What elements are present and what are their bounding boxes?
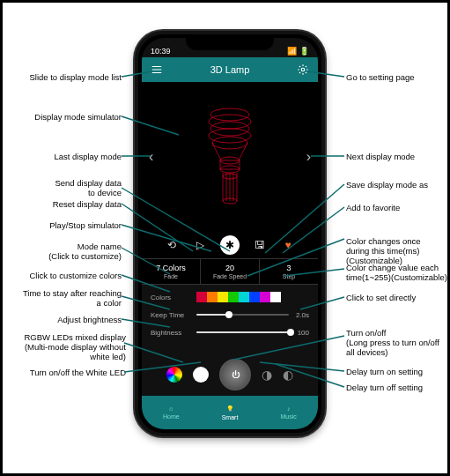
brightness-slider[interactable]	[196, 331, 291, 333]
delay-off-button[interactable]: ◐	[283, 368, 293, 382]
bulb-icon: 💡	[226, 405, 234, 413]
phone-notch	[186, 34, 274, 50]
ann-step: Color change value each time(1~255)(Cust…	[346, 264, 447, 283]
color-swatch[interactable]	[196, 292, 207, 302]
brightness-value: 100	[298, 329, 309, 337]
simulator-area: ‹ ›	[142, 82, 318, 232]
nav-home[interactable]: ⌂ Home	[142, 396, 201, 429]
prev-mode-arrow[interactable]: ‹	[144, 149, 159, 165]
color-swatch[interactable]	[249, 292, 260, 302]
fade-speed[interactable]: 20 Fade Speed	[201, 259, 260, 284]
ann-white: Turn on/off the White LED	[7, 368, 126, 378]
lamp-wireframe	[203, 104, 256, 210]
color-swatch[interactable]	[228, 292, 239, 302]
clock: 10:39	[151, 47, 171, 56]
ann-slide-mode-list: Slide to display mode list	[7, 73, 122, 83]
color-swatches[interactable]	[196, 292, 281, 302]
ann-delay-off: Delay turn off setting	[346, 383, 423, 393]
color-swatch[interactable]	[239, 292, 249, 302]
colors-row[interactable]: Colors	[151, 288, 309, 306]
color-swatch[interactable]	[207, 292, 218, 302]
next-mode-arrow[interactable]: ›	[301, 149, 316, 165]
ann-rgbw: RGBW LEDs mixed display(Multi-mode displ…	[7, 333, 126, 362]
nav-smart[interactable]: 💡 Smart	[201, 396, 260, 429]
ann-speed: Color changes once during this time(ms)(…	[346, 227, 421, 266]
ann-simulator: Display mode simulator	[7, 113, 122, 123]
delay-on-button[interactable]: ◑	[262, 368, 272, 382]
bottom-controls: ⏻ ◑ ◐	[142, 353, 318, 396]
color-swatch[interactable]	[218, 292, 228, 302]
home-icon: ⌂	[169, 405, 173, 412]
ann-fav: Add to favorite	[346, 204, 400, 213]
ann-settings: Go to setting page	[346, 73, 415, 83]
white-led-button[interactable]	[193, 367, 209, 383]
ann-keep: Time to stay after reaching a color	[7, 289, 122, 309]
menu-icon[interactable]	[151, 63, 163, 76]
ann-colors: Click to customize colors	[7, 271, 122, 281]
ann-reset: Reset display data	[7, 200, 122, 210]
ann-power: Turn on/off(Long press to turn on/off al…	[346, 329, 439, 358]
param-area: Colors Keep Time 2.0s Bightness 100	[142, 285, 318, 353]
ann-next-mode: Next display mode	[346, 152, 415, 162]
save-button[interactable]: 🖫	[252, 237, 268, 253]
bottom-nav: ⌂ Home 💡 Smart ♪ Music	[142, 396, 318, 429]
rgbw-button[interactable]	[166, 367, 182, 383]
mode-name[interactable]: 7 Colors Fade	[142, 259, 201, 284]
ann-last-mode: Last display mode	[7, 152, 122, 162]
ann-play: Play/Stop simulator	[7, 221, 122, 231]
keep-time-row[interactable]: Keep Time 2.0s	[151, 306, 309, 324]
color-swatch[interactable]	[260, 292, 270, 302]
play-button[interactable]: ▷	[192, 237, 208, 253]
status-icons: 📶 🔋	[287, 47, 309, 56]
ann-set-direct: Click to set directly	[346, 294, 416, 303]
screen: 10:39 📶 🔋 3D Lamp ‹	[142, 38, 318, 429]
keep-value[interactable]: 2.0s	[296, 311, 309, 319]
keep-slider[interactable]	[196, 314, 289, 316]
page-title: 3D Lamp	[163, 64, 297, 75]
svg-rect-7	[220, 160, 240, 169]
color-swatch[interactable]	[270, 292, 281, 302]
ann-brightness: Adjust brightness	[7, 316, 122, 325]
svg-point-0	[301, 68, 305, 71]
mode-row: 7 Colors Fade 20 Fade Speed 3 Step	[142, 258, 318, 285]
app-header: 3D Lamp	[142, 57, 318, 82]
ann-send-data: Send display data to device	[7, 179, 122, 198]
send-bluetooth-button[interactable]: ✱	[220, 235, 240, 255]
control-row: ⟲ ▷ ✱ 🖫 ♥	[142, 232, 318, 258]
reset-button[interactable]: ⟲	[164, 237, 180, 253]
music-icon: ♪	[287, 405, 291, 412]
gear-icon[interactable]	[297, 63, 309, 76]
power-button[interactable]: ⏻	[219, 359, 251, 390]
ann-mode-name: Mode name(Click to customize)	[7, 242, 122, 262]
ann-delay-on: Delay turn on setting	[346, 368, 423, 377]
nav-music[interactable]: ♪ Music	[259, 396, 318, 429]
ann-save: Save display mode as	[346, 181, 428, 190]
favorite-button[interactable]: ♥	[280, 237, 296, 253]
phone-frame: 10:39 📶 🔋 3D Lamp ‹	[135, 31, 325, 436]
brightness-row[interactable]: Bightness 100	[151, 324, 309, 341]
step-value[interactable]: 3 Step	[260, 259, 318, 284]
